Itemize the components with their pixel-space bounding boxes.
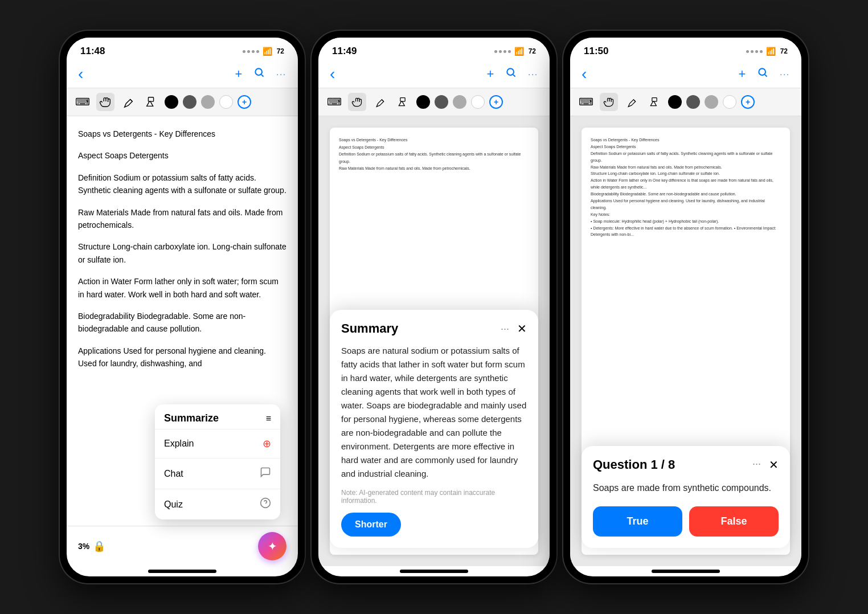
color-white-2[interactable] xyxy=(471,95,485,109)
summary-note-2: Note: AI-generated content may contain i… xyxy=(341,489,527,505)
preview-line-0-3: Soaps vs Detergents - Key Differences xyxy=(591,137,781,144)
quiz-label: Quiz xyxy=(164,500,183,510)
context-menu-title-1: Summarize xyxy=(164,412,219,424)
finger-tool-1[interactable] xyxy=(96,93,114,111)
svg-line-8 xyxy=(382,100,383,101)
finger-tool-2[interactable] xyxy=(348,93,366,111)
signal-dots-1 xyxy=(243,50,259,53)
back-button-1[interactable]: ‹ xyxy=(78,65,83,83)
drawing-toolbar-1: ⌨ + xyxy=(67,88,298,116)
color-white-1[interactable] xyxy=(219,95,233,109)
color-darkgray-1[interactable] xyxy=(183,95,196,109)
add-button-1[interactable]: + xyxy=(235,67,242,81)
status-bar-2: 11:49 📶 72 xyxy=(318,38,550,60)
pen-tool-3[interactable] xyxy=(623,93,641,111)
phone-1-screen: 11:48 📶 72 ‹ + xyxy=(67,38,298,576)
preview-line-4-3: Structure Long-chain carboxylate ion. Lo… xyxy=(591,170,781,177)
toolbar-right-3: + ··· xyxy=(738,67,790,81)
quiz-dots-icon[interactable]: ··· xyxy=(752,458,761,472)
lock-icon-1[interactable]: 🔒 xyxy=(93,540,105,552)
preview-line-2-3: Definition Sodium or potassium salts of … xyxy=(591,150,781,164)
quiz-menu-item[interactable]: Quiz xyxy=(155,489,280,519)
ai-fab-1[interactable]: ✦ xyxy=(258,532,286,560)
svg-point-10 xyxy=(759,68,766,75)
add-color-1[interactable]: + xyxy=(238,95,251,109)
back-button-3[interactable]: ‹ xyxy=(582,65,587,83)
home-indicator-3 xyxy=(652,570,720,573)
svg-line-1 xyxy=(261,75,264,77)
quiz-actions-3: ··· ✕ xyxy=(752,458,779,472)
svg-rect-3 xyxy=(148,97,153,101)
summary-dots-icon[interactable]: ··· xyxy=(501,323,509,335)
note-preview-text-3: Soaps vs Detergents - Key Differences As… xyxy=(591,137,781,238)
color-gray-3[interactable] xyxy=(705,95,718,109)
quiz-close-button[interactable]: ✕ xyxy=(769,458,779,472)
pen-tool-1[interactable] xyxy=(119,93,137,111)
home-indicator-1 xyxy=(148,570,216,573)
quiz-overlay-3: Question 1 / 8 ··· ✕ Soaps are made from… xyxy=(582,446,790,548)
wifi-icon-1: 📶 xyxy=(263,47,272,56)
status-bar-3: 11:50 📶 72 xyxy=(570,38,801,60)
explain-menu-item[interactable]: Explain ⊕ xyxy=(155,429,280,458)
battery-text-1: 72 xyxy=(277,47,284,55)
preview-line-6-3: Biodegradability Biodegradable. Some are… xyxy=(591,191,781,198)
highlighter-tool-2[interactable] xyxy=(394,93,412,111)
status-time-1: 11:48 xyxy=(80,46,105,57)
quiz-title-3: Question 1 / 8 xyxy=(593,457,675,472)
color-black-1[interactable] xyxy=(165,95,178,109)
more-button-2[interactable]: ··· xyxy=(528,69,538,79)
phone-3-screen: 11:50 📶 72 ‹ + xyxy=(570,38,801,576)
signal-dots-2 xyxy=(494,50,511,53)
keyboard-tool-3[interactable]: ⌨ xyxy=(577,93,595,111)
color-gray-2[interactable] xyxy=(453,95,466,109)
highlighter-tool-3[interactable] xyxy=(645,93,664,111)
bottom-bar-1: 3% 🔒 ✦ xyxy=(67,526,298,566)
keyboard-tool-1[interactable]: ⌨ xyxy=(73,93,92,111)
preview-line-7-3: Applications Used for personal hygiene a… xyxy=(591,198,781,211)
summary-close-button[interactable]: ✕ xyxy=(517,322,527,335)
toolbar-right-2: + ··· xyxy=(486,67,538,81)
color-gray-1[interactable] xyxy=(201,95,215,109)
quiz-question-3: Soaps are made from synthetic compounds. xyxy=(593,481,779,495)
preview-line-5-3: Action in Water Form lather only in One … xyxy=(591,177,781,191)
svg-line-7 xyxy=(513,75,515,77)
true-button[interactable]: True xyxy=(593,506,682,537)
note-line-1: Aspect Soaps Detergents xyxy=(78,149,286,162)
preview-line-3-2: Raw Materials Made from natural fats and… xyxy=(339,165,529,173)
progress-text-1: 3% xyxy=(78,542,89,551)
search-button-1[interactable] xyxy=(253,67,265,81)
shorter-button[interactable]: Shorter xyxy=(341,513,401,537)
note-line-2: Definition Sodium or potassium salts of … xyxy=(78,171,286,197)
back-button-2[interactable]: ‹ xyxy=(330,65,335,83)
note-line-7: Applications Used for personal hygiene a… xyxy=(78,345,286,370)
context-menu-header-1: Summarize ≡ xyxy=(155,404,280,429)
false-button[interactable]: False xyxy=(689,506,779,537)
more-button-3[interactable]: ··· xyxy=(780,69,790,79)
svg-point-6 xyxy=(507,68,514,75)
color-black-3[interactable] xyxy=(668,95,682,109)
color-darkgray-3[interactable] xyxy=(686,95,700,109)
search-button-2[interactable] xyxy=(505,67,517,81)
color-darkgray-2[interactable] xyxy=(435,95,448,109)
menu-lines-icon: ≡ xyxy=(266,414,271,424)
svg-line-2 xyxy=(130,99,133,101)
battery-text-3: 72 xyxy=(780,47,788,55)
note-preview-text-2: Soaps vs Detergents - Key Differences As… xyxy=(339,137,529,173)
add-color-2[interactable]: + xyxy=(489,95,503,109)
note-line-4: Structure Long-chain carboxylate ion. Lo… xyxy=(78,240,286,266)
color-white-3[interactable] xyxy=(723,95,736,109)
note-line-5: Action in Water Form lather only in soft… xyxy=(78,275,286,301)
color-black-2[interactable] xyxy=(416,95,430,109)
main-toolbar-2: ‹ + ··· xyxy=(318,60,550,88)
finger-tool-3[interactable] xyxy=(600,93,618,111)
chat-menu-item[interactable]: Chat xyxy=(155,458,280,489)
add-color-3[interactable]: + xyxy=(741,95,755,109)
more-button-1[interactable]: ··· xyxy=(276,69,286,79)
search-button-3[interactable] xyxy=(757,67,768,81)
pen-tool-2[interactable] xyxy=(371,93,389,111)
add-button-3[interactable]: + xyxy=(738,67,746,81)
keyboard-tool-2[interactable]: ⌨ xyxy=(325,93,343,111)
svg-rect-13 xyxy=(652,98,657,102)
add-button-2[interactable]: + xyxy=(486,67,494,81)
highlighter-tool-1[interactable] xyxy=(142,93,160,111)
